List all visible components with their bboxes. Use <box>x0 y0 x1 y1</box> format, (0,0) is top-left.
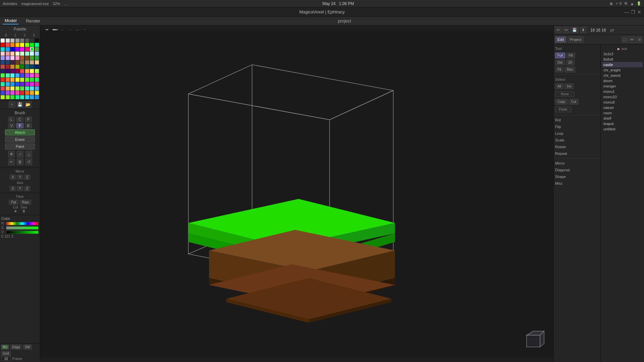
color-cell[interactable] <box>20 39 24 43</box>
color-cell[interactable] <box>30 82 34 86</box>
color-cell[interactable] <box>25 78 29 82</box>
color-cell[interactable] <box>1 52 5 56</box>
color-cell[interactable] <box>6 73 10 77</box>
save-palette-icon[interactable]: 💾 <box>17 101 23 108</box>
edit-tab[interactable]: Edit <box>555 36 566 43</box>
rev-btn[interactable]: Rev <box>565 67 575 72</box>
color-cell[interactable] <box>1 91 5 95</box>
color-cell[interactable] <box>15 65 19 69</box>
color-cell[interactable] <box>30 60 34 64</box>
color-cell[interactable] <box>15 60 19 64</box>
color-cell[interactable] <box>35 52 39 56</box>
rotate-action[interactable]: Rotate <box>555 144 599 149</box>
color-cell[interactable] <box>1 56 5 60</box>
project-item-monu9[interactable]: monu9 <box>602 100 643 105</box>
brush-l-btn[interactable]: L <box>8 117 15 122</box>
color-cell[interactable] <box>20 43 24 47</box>
color-cell[interactable] <box>25 43 29 47</box>
erase-button[interactable]: Erase <box>5 136 35 142</box>
color-cell[interactable] <box>30 95 34 99</box>
color-cell[interactable] <box>10 65 14 69</box>
color-cell[interactable] <box>10 78 14 82</box>
color-cell[interactable] <box>35 95 39 99</box>
project-item-teapot[interactable]: teapot <box>602 121 643 126</box>
color-cell[interactable] <box>35 43 39 47</box>
brush-v-btn[interactable]: V <box>8 123 15 128</box>
brush-b-btn[interactable]: B <box>25 123 32 128</box>
navigation-cube[interactable] <box>520 328 547 355</box>
color-cell[interactable] <box>35 39 39 43</box>
color-cell[interactable] <box>15 43 19 47</box>
tab-icon-pencil[interactable]: ✏ <box>629 36 636 43</box>
flip-action[interactable]: Flip <box>555 124 599 129</box>
palette-num-0[interactable]: 0 <box>5 34 7 37</box>
project-item-room[interactable]: room <box>602 110 643 116</box>
up-icon[interactable]: △ <box>25 151 32 158</box>
color-cell[interactable] <box>10 69 14 73</box>
none-btn[interactable]: None <box>555 91 575 97</box>
color-cell[interactable] <box>10 86 14 90</box>
color-cell[interactable] <box>6 52 10 56</box>
color-cell[interactable] <box>6 91 10 95</box>
color-cell[interactable] <box>10 82 14 86</box>
color-cell[interactable] <box>30 86 34 90</box>
color-cell[interactable] <box>15 91 19 95</box>
color-cell[interactable] <box>30 39 34 43</box>
color-cell[interactable] <box>20 56 24 60</box>
pal-btn[interactable]: Pal <box>9 200 18 205</box>
color-cell[interactable] <box>10 43 14 47</box>
repeat-action[interactable]: Repeat <box>555 151 599 156</box>
palette-num-1[interactable]: 1 <box>14 34 16 37</box>
color-cell[interactable] <box>1 73 5 77</box>
color-cell[interactable] <box>30 69 34 73</box>
color-cell[interactable] <box>20 91 24 95</box>
color-cell[interactable] <box>25 52 29 56</box>
color-cell[interactable] <box>1 39 5 43</box>
project-item-3x3x3[interactable]: 3x3x3 <box>602 51 643 57</box>
color-cell[interactable] <box>20 73 24 77</box>
select-all-btn[interactable]: All <box>555 83 564 89</box>
diagonal-action[interactable]: Diagonal <box>555 167 599 173</box>
color-cell[interactable] <box>6 56 10 60</box>
restore-button[interactable]: ❐ <box>631 9 635 15</box>
color-cell[interactable] <box>30 78 34 82</box>
model-menu[interactable]: Model <box>3 17 18 24</box>
color-cell[interactable] <box>15 95 19 99</box>
project-item-chr-knight[interactable]: chr_knight <box>602 67 643 73</box>
color-cell[interactable] <box>6 82 10 86</box>
color-cell[interactable] <box>1 65 5 69</box>
paint-button[interactable]: Paint <box>5 143 35 149</box>
color-cell[interactable] <box>25 73 29 77</box>
edge-button[interactable]: Edge <box>10 345 21 350</box>
project-item-untitled[interactable]: untitled <box>602 126 643 132</box>
color-cell[interactable] <box>10 52 14 56</box>
project-item-doom[interactable]: doom <box>602 78 643 83</box>
color-cell[interactable] <box>25 60 29 64</box>
color-cell[interactable] <box>1 47 5 51</box>
color-cell[interactable] <box>30 56 34 60</box>
color-cell[interactable] <box>25 47 29 51</box>
color-cell[interactable] <box>20 95 24 99</box>
fill-btn[interactable]: Fill <box>566 53 575 58</box>
color-cell[interactable] <box>10 91 14 95</box>
bg-button[interactable]: BG <box>1 345 9 350</box>
color-cell[interactable] <box>10 60 14 64</box>
color-cell[interactable] <box>10 95 14 99</box>
del-btn[interactable]: Del <box>555 60 565 65</box>
color-cell[interactable] <box>25 39 29 43</box>
swap-size-button[interactable]: ⇄ <box>610 27 614 33</box>
paste-btn[interactable]: Paste <box>555 107 571 112</box>
save-button[interactable]: 💾 <box>571 27 579 33</box>
color-cell[interactable] <box>15 56 19 60</box>
project-item-chr-sword[interactable]: chr_sword <box>602 73 643 78</box>
color-cell[interactable] <box>1 95 5 99</box>
palette-num-2[interactable]: 2 <box>24 34 26 37</box>
color-cell[interactable] <box>15 82 19 86</box>
color-cell[interactable] <box>6 65 10 69</box>
color-cell[interactable] <box>1 60 5 64</box>
copy-btn[interactable]: Copy <box>555 99 568 105</box>
mirror-y-btn[interactable]: Y <box>17 175 23 180</box>
add-icon[interactable]: + <box>9 101 15 108</box>
color-cell[interactable] <box>25 65 29 69</box>
inv-btn[interactable]: Inv <box>565 83 574 89</box>
